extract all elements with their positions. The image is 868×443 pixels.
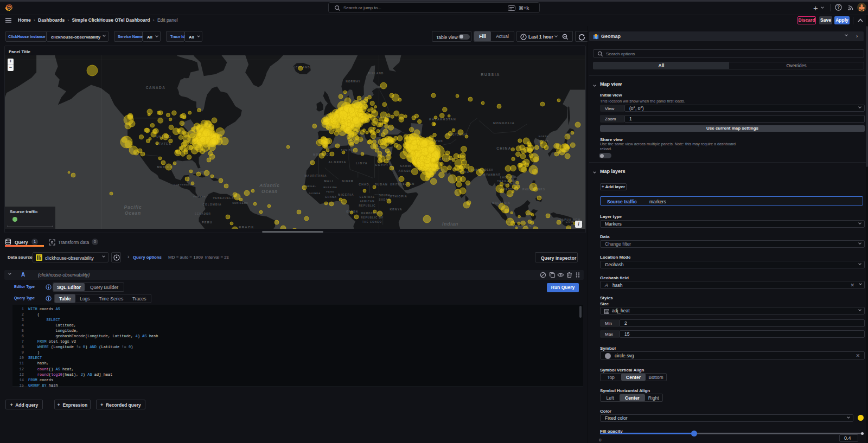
svg-text:CHINA: CHINA [496,146,512,150]
svg-text:MYANMAR: MYANMAR [483,174,501,176]
svg-text:EGYPT: EGYPT [375,163,389,166]
svg-text:BRAZIL: BRAZIL [239,226,255,229]
svg-text:GHANA: GHANA [325,196,337,198]
svg-text:PANAMA: PANAMA [193,195,206,198]
svg-text:PERU: PERU [202,221,213,224]
svg-text:SURINAME: SURINAME [232,202,248,204]
svg-text:SOUTH: SOUTH [379,194,391,197]
svg-text:CANADA: CANADA [146,86,166,89]
svg-text:MONGOLIA: MONGOLIA [493,121,515,125]
svg-text:REPUBLIC OF: REPUBLIC OF [361,216,384,219]
svg-text:REPUBLIC: REPUBLIC [359,204,375,207]
svg-text:ETHIOPIA: ETHIOPIA [390,195,407,198]
svg-text:NIGER: NIGER [342,179,354,183]
svg-text:MALI: MALI [324,179,333,183]
svg-text:?: ? [837,5,840,10]
svg-text:FASO: FASO [326,190,334,193]
svg-text:ARABIA: ARABIA [399,169,413,172]
svg-text:FINLAND: FINLAND [368,72,384,75]
svg-text:GUATEMALA: GUATEMALA [174,183,193,186]
svg-text:SUDAN: SUDAN [375,183,388,186]
svg-text:CENTRAL: CENTRAL [360,196,375,198]
svg-text:THE CONGO: THE CONGO [362,221,382,223]
svg-text:VENEZUELA: VENEZUELA [213,197,234,200]
svg-text:Pacific: Pacific [124,204,142,210]
svg-text:NORWAY: NORWAY [346,80,361,83]
svg-text:ALGERIA: ALGERIA [328,160,346,164]
svg-text:AFRICAN: AFRICAN [360,200,374,203]
svg-text:LIBYA: LIBYA [356,162,368,165]
svg-text:COLOMBIA: COLOMBIA [203,203,222,206]
svg-text:ECUADOR: ECUADOR [195,213,211,215]
svg-text:Ocean: Ocean [261,189,278,194]
svg-text:NORTH: NORTH [539,135,549,138]
svg-text:KENYA: KENYA [390,208,402,211]
svg-text:GUINEA: GUINEA [309,192,321,195]
svg-text:BURKINA: BURKINA [323,186,337,189]
svg-text:Ocean: Ocean [125,210,141,216]
svg-text:Indian: Indian [442,221,458,227]
svg-text:Atlantic: Atlantic [259,183,280,188]
svg-text:SAUDI: SAUDI [400,164,412,168]
svg-text:MAURITANIA: MAURITANIA [304,175,327,177]
svg-text:CHAD: CHAD [359,183,369,186]
svg-text:NIGERIA: NIGERIA [338,193,354,196]
svg-text:RUSSIA: RUSSIA [481,73,500,76]
svg-text:KAZAKHSTAN: KAZAKHSTAN [429,118,456,121]
